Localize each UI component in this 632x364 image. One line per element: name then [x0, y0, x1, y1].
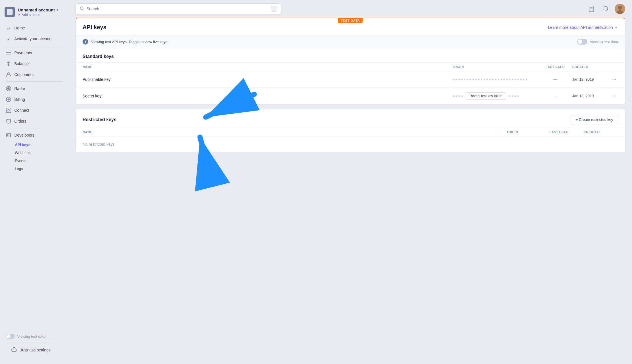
svg-point-23: [618, 6, 622, 10]
main-content: _: [69, 0, 632, 364]
docs-icon-btn[interactable]: [586, 4, 597, 14]
standard-keys-title: Standard keys: [83, 54, 114, 59]
sidebar-item-connect[interactable]: Connect: [2, 105, 66, 115]
sidebar-item-label: Payments: [14, 51, 32, 55]
table-row: Secret key ●●●● Reveal test key token ●●…: [76, 88, 625, 104]
sidebar-logo: [5, 7, 15, 17]
customers-icon: [6, 72, 11, 77]
svg-rect-0: [6, 51, 11, 55]
search-bar[interactable]: _: [75, 3, 281, 14]
key-token: ●●●● Reveal test key token ●●●●: [452, 92, 538, 100]
sidebar-item-balance[interactable]: Balance: [2, 59, 66, 69]
col-name: NAME: [83, 130, 507, 134]
sidebar-item-home[interactable]: ⌂ Home: [2, 23, 66, 33]
nav-divider-2: [6, 81, 63, 82]
sidebar-nav: ⌂ Home ✓ Activate your account Payments: [0, 23, 69, 330]
sidebar-header: Unnamed account ▾ ✏ Add a name: [0, 5, 69, 23]
business-settings-icon: [11, 347, 17, 353]
sidebar-item-label: Orders: [14, 119, 27, 123]
sidebar-item-developers[interactable]: Developers: [2, 130, 66, 140]
secret-key-menu-btn[interactable]: ···: [610, 92, 618, 100]
avatar-image: [615, 4, 625, 14]
svg-marker-12: [7, 134, 9, 136]
restricted-keys-header: Restricted keys + Create restricted key: [76, 109, 625, 128]
svg-rect-14: [12, 349, 16, 351]
col-actions: [607, 65, 618, 69]
svg-rect-1: [6, 52, 11, 53]
sidebar-item-billing[interactable]: Billing: [2, 94, 66, 105]
notifications-icon-btn[interactable]: [601, 4, 611, 14]
col-created: CREATED: [584, 130, 618, 134]
col-token: TOKEN: [452, 65, 538, 69]
key-token: ●●●●●●●●●●●●●●●●●●●●●●●●●●●: [452, 77, 538, 81]
key-last-used: —: [538, 94, 572, 98]
restricted-keys-title: Restricted keys: [83, 117, 116, 122]
info-text: Viewing test API keys. Toggle to view li…: [91, 40, 169, 44]
svg-line-16: [83, 9, 84, 10]
sidebar-item-customers[interactable]: Customers: [2, 69, 66, 80]
key-created: Jan 12, 2019: [572, 77, 607, 81]
account-name[interactable]: Unnamed account ▾: [18, 7, 58, 12]
restricted-table-header-row: NAME TOKEN LAST USED CREATED: [76, 128, 625, 136]
restricted-keys-table: NAME TOKEN LAST USED CREATED No restrict…: [76, 128, 625, 152]
learn-more-link[interactable]: Learn more about API authentication →: [548, 25, 618, 30]
standard-keys-table: NAME TOKEN LAST USED CREATED Publishable…: [76, 63, 625, 104]
add-name-link[interactable]: ✏ Add a name: [18, 13, 58, 17]
balance-icon: [6, 61, 11, 67]
orders-icon: [6, 118, 11, 124]
bottom-divider: [6, 342, 63, 342]
content-area: TEST DATA API keys Learn more about API …: [69, 18, 632, 364]
key-last-used: —: [538, 77, 572, 81]
col-last-used: LAST USED: [538, 65, 572, 69]
sidebar-sub-item-events[interactable]: Events: [2, 157, 66, 165]
test-data-toggle[interactable]: [6, 334, 15, 339]
info-icon: i: [83, 39, 88, 45]
test-data-toggle-row: Viewing test data: [6, 334, 63, 339]
sidebar-item-business-settings[interactable]: Business settings: [8, 345, 61, 355]
col-token: TOKEN: [507, 130, 549, 134]
key-menu: ···: [607, 92, 618, 100]
sidebar-item-orders[interactable]: Orders: [2, 116, 66, 126]
col-name: NAME: [83, 65, 452, 69]
user-avatar[interactable]: [615, 4, 625, 14]
sidebar-item-activate[interactable]: ✓ Activate your account: [2, 34, 66, 44]
col-last-used: LAST USED: [549, 130, 584, 134]
key-created: Jan 12, 2019: [572, 94, 607, 98]
topbar: _: [69, 0, 632, 18]
sidebar-sub-item-api-keys[interactable]: API keys: [2, 141, 66, 149]
reveal-token-button[interactable]: Reveal test key token: [466, 92, 506, 100]
search-shortcut: _: [271, 6, 277, 12]
search-input[interactable]: [87, 7, 269, 11]
home-icon: ⌂: [6, 25, 11, 31]
sidebar-item-label: Billing: [14, 97, 25, 102]
svg-point-5: [8, 88, 9, 89]
sidebar-item-label: Radar: [14, 86, 25, 91]
table-header-row: NAME TOKEN LAST USED CREATED: [76, 63, 625, 71]
sidebar-item-label: Customers: [14, 72, 34, 77]
chevron-down-icon: ▾: [57, 8, 58, 12]
sidebar-item-label: Home: [14, 26, 25, 30]
info-bar-right: Viewing test data: [577, 39, 618, 45]
test-data-toggle-label: Viewing test data: [17, 334, 45, 339]
sidebar-item-label: Connect: [14, 108, 29, 113]
publishable-key-menu-btn[interactable]: ···: [610, 75, 618, 83]
create-restricted-key-button[interactable]: + Create restricted key: [571, 115, 618, 124]
sidebar-account: Unnamed account ▾ ✏ Add a name: [18, 7, 58, 17]
connect-icon: [6, 107, 11, 113]
table-row: Publishable key ●●●●●●●●●●●●●●●●●●●●●●●●…: [76, 71, 625, 88]
sidebar-item-payments[interactable]: Payments: [2, 48, 66, 58]
events-label: Events: [15, 159, 26, 163]
payments-icon: [6, 50, 11, 56]
sidebar-sub-item-logs[interactable]: Logs: [2, 165, 66, 173]
api-keys-card: TEST DATA API keys Learn more about API …: [75, 18, 625, 104]
sidebar-item-radar[interactable]: Radar: [2, 83, 66, 94]
live-keys-toggle[interactable]: [577, 39, 587, 45]
token-blurred-start: ●●●●: [452, 94, 463, 98]
token-blurred-text: ●●●●●●●●●●●●●●●●●●●●●●●●●●●: [452, 77, 528, 81]
sidebar-item-label: Activate your account: [14, 37, 53, 41]
sidebar-sub-item-webhooks[interactable]: Webhooks: [2, 149, 66, 157]
svg-rect-9: [6, 108, 11, 113]
key-name: Secret key: [83, 94, 452, 98]
restricted-keys-card: Restricted keys + Create restricted key …: [75, 109, 625, 153]
billing-icon: [6, 97, 11, 102]
